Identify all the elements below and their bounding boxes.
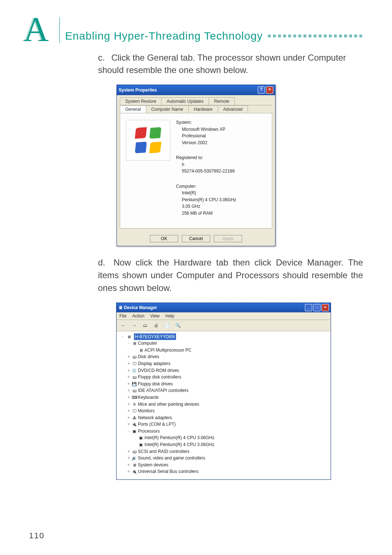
tree-item-label: Display adapters bbox=[138, 361, 170, 366]
tree-item-label: Intel(R) Pentium(R) 4 CPU 3.06GHz bbox=[144, 435, 215, 440]
computer-line: 3.05 GHz bbox=[176, 203, 268, 210]
computer-icon: 🖥 bbox=[126, 334, 131, 340]
cancel-button[interactable]: Cancel bbox=[182, 235, 210, 242]
tree-item[interactable]: +🖴Floppy disk controllers bbox=[119, 374, 328, 381]
ok-button[interactable]: OK bbox=[150, 235, 178, 242]
instruction-d: d. Now click the Hardware tab then click… bbox=[98, 256, 363, 294]
tree-item[interactable]: +🖵Monitors bbox=[119, 408, 328, 414]
tree-item[interactable]: +💿DVD/CD-ROM drives bbox=[119, 367, 328, 374]
tree-item[interactable]: ▣Intel(R) Pentium(R) 4 CPU 3.06GHz bbox=[119, 434, 328, 441]
properties-icon[interactable]: 📄 bbox=[163, 321, 171, 329]
device-icon: 💿 bbox=[132, 368, 137, 374]
menu-file[interactable]: File bbox=[119, 313, 126, 319]
dialog-titlebar[interactable]: System Properties ? × bbox=[117, 85, 275, 95]
tree-item[interactable]: +🖴SCSI and RAID controllers bbox=[119, 448, 328, 455]
device-icon: 🔌 bbox=[132, 469, 137, 475]
tree-item[interactable]: -▣Processors bbox=[119, 428, 328, 435]
expand-icon[interactable]: + bbox=[127, 381, 132, 388]
tree-icon[interactable]: 🗂 bbox=[141, 321, 149, 329]
tree-item[interactable]: +🔌Universal Serial Bus controllers bbox=[119, 468, 328, 475]
tree-item[interactable]: +🖧Network adapters bbox=[119, 414, 328, 421]
expand-icon[interactable]: + bbox=[127, 394, 132, 401]
expand-icon[interactable]: + bbox=[127, 374, 132, 381]
tab-system-restore[interactable]: System Restore bbox=[120, 97, 162, 105]
computer-line: 256 MB of RAM bbox=[176, 210, 268, 217]
system-line: Microsoft Windows XP bbox=[176, 126, 268, 133]
tree-item[interactable]: ▣Intel(R) Pentium(R) 4 CPU 3.06GHz bbox=[119, 441, 328, 448]
tree-item-label: SCSI and RAID controllers bbox=[138, 449, 189, 454]
tab-hardware[interactable]: Hardware bbox=[188, 105, 218, 113]
expand-icon[interactable]: - bbox=[127, 340, 132, 347]
dialog-title: System Properties bbox=[119, 88, 157, 93]
expand-icon[interactable]: - bbox=[127, 428, 132, 435]
tree-item[interactable]: 🖥ACPI Multiprocessor PC bbox=[119, 347, 328, 354]
device-icon: 🖥 bbox=[132, 462, 137, 468]
appendix-header: A A Enabling Hyper-Threading Technology bbox=[29, 15, 363, 44]
expand-icon[interactable]: + bbox=[127, 468, 132, 475]
expand-icon[interactable]: + bbox=[127, 387, 132, 394]
menu-help[interactable]: Help bbox=[166, 313, 175, 319]
menu-view[interactable]: View bbox=[150, 313, 160, 319]
windows-logo bbox=[126, 120, 170, 161]
expand-icon[interactable]: + bbox=[127, 367, 132, 374]
tree-item[interactable]: +🖱Mice and other pointing devices bbox=[119, 401, 328, 408]
device-icon: 🖥 bbox=[138, 347, 143, 353]
expand-icon[interactable]: + bbox=[127, 408, 132, 414]
expand-icon[interactable]: + bbox=[127, 421, 132, 428]
expand-icon[interactable]: + bbox=[127, 448, 132, 455]
close-button[interactable]: × bbox=[322, 304, 329, 311]
tree-item-label: DVD/CD-ROM drives bbox=[138, 368, 179, 373]
tree-item-label: ACPI Multiprocessor PC bbox=[144, 348, 191, 353]
expand-icon[interactable]: + bbox=[127, 360, 132, 367]
device-icon: 🔌 bbox=[132, 421, 137, 428]
expand-icon[interactable]: + bbox=[127, 401, 132, 408]
tree-item[interactable]: +🖴Disk drives bbox=[119, 353, 328, 360]
close-button[interactable]: × bbox=[266, 86, 273, 94]
tree-item[interactable]: +🔌Ports (COM & LPT) bbox=[119, 421, 328, 428]
tab-computer-name[interactable]: Computer Name bbox=[146, 105, 189, 113]
menu-action[interactable]: Action bbox=[132, 313, 144, 319]
tree-item[interactable]: +🖴IDE ATA/ATAPI controllers bbox=[119, 387, 328, 394]
device-icon: 🖱 bbox=[132, 401, 137, 408]
tree-item[interactable]: +🖵Display adapters bbox=[119, 360, 328, 367]
forward-icon[interactable]: → bbox=[130, 321, 138, 329]
minimize-button[interactable]: _ bbox=[305, 304, 312, 311]
tree-item-label: Monitors bbox=[138, 408, 155, 413]
toolbar: ← → 🗂 🖨 📄 🔍 bbox=[117, 320, 331, 331]
tree-item-label: Network adapters bbox=[138, 415, 172, 420]
computer-line: Intel(R) bbox=[176, 190, 268, 197]
tree-item-label: Disk drives bbox=[138, 354, 159, 359]
expand-icon[interactable]: + bbox=[127, 353, 132, 360]
maximize-button[interactable]: □ bbox=[313, 304, 320, 311]
help-button[interactable]: ? bbox=[258, 86, 265, 94]
computer-heading: Computer: bbox=[176, 183, 268, 190]
tab-general[interactable]: General bbox=[120, 105, 146, 113]
dm-title-text: Device Manager bbox=[124, 305, 157, 310]
tree-item-label: Floppy disk controllers bbox=[138, 374, 181, 380]
expand-icon[interactable]: + bbox=[127, 455, 132, 462]
tree-item[interactable]: +🔊Sound, video and game controllers bbox=[119, 455, 328, 462]
page-number: 110 bbox=[29, 531, 45, 540]
expand-icon[interactable]: + bbox=[127, 414, 132, 421]
tree-item[interactable]: +⌨Keyboards bbox=[119, 394, 328, 401]
tab-advanced[interactable]: Advanced bbox=[218, 105, 248, 113]
instruction-c: c. Click the General tab. The processor … bbox=[98, 52, 363, 77]
tree-root[interactable]: - 🖥 H-B7EOYXEYYD89I bbox=[119, 333, 328, 340]
scan-icon[interactable]: 🔍 bbox=[174, 321, 182, 329]
tree-item[interactable]: +💾Floppy disk drives bbox=[119, 381, 328, 388]
back-icon[interactable]: ← bbox=[119, 321, 127, 329]
tree-item-label: Ports (COM & LPT) bbox=[138, 422, 176, 427]
expand-icon[interactable]: + bbox=[127, 462, 132, 469]
print-icon[interactable]: 🖨 bbox=[152, 321, 160, 329]
tree-item-label: System devices bbox=[138, 462, 168, 467]
tree-item[interactable]: +🖥System devices bbox=[119, 462, 328, 469]
tab-remote[interactable]: Remote bbox=[209, 97, 235, 105]
device-icon: ▣ bbox=[138, 435, 143, 441]
collapse-icon[interactable]: - bbox=[121, 333, 125, 340]
dm-titlebar[interactable]: 🖥 Device Manager _ □ × bbox=[117, 303, 331, 312]
device-icon: 🖧 bbox=[132, 415, 137, 421]
device-manager-window: 🖥 Device Manager _ □ × File Action View … bbox=[116, 303, 331, 480]
tree-item[interactable]: -🖥Computer bbox=[119, 340, 328, 347]
tab-automatic-updates[interactable]: Automatic Updates bbox=[161, 97, 209, 105]
device-icon: 💾 bbox=[132, 381, 137, 387]
